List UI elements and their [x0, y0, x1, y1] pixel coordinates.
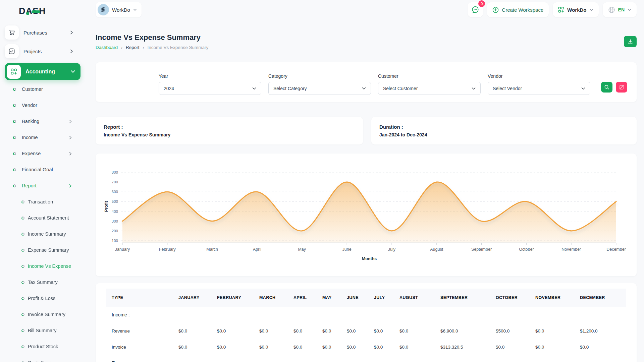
income-expense-table-card: TYPE JANUARY FEBRUARY MARCH APRIL MAY JU… — [96, 283, 637, 362]
bullet-icon — [21, 345, 25, 349]
chevron-down-icon — [71, 70, 75, 73]
table-row-revenue: Revenue $0.0 $0.0 $0.0 $0.0 $0.0 $0.0 $0… — [106, 323, 626, 339]
sidebar-item-purchases[interactable]: Purchases — [5, 25, 81, 40]
message-count-badge: 0 — [478, 0, 485, 7]
dash-logo[interactable]: DASH — [5, 5, 81, 17]
chevron-right-icon: › — [143, 45, 144, 50]
clear-filter-icon — [619, 84, 624, 90]
apply-filter-button[interactable] — [601, 82, 612, 93]
sidebar-item-financial-goal[interactable]: Financial Goal — [5, 162, 81, 178]
sidebar-item-customer[interactable]: Customer — [5, 81, 81, 97]
sidebar-item-label: Purchases — [23, 30, 47, 36]
logo-dash-icon — [32, 10, 40, 13]
profit-area-chart: 100200300400500600700800JanuaryFebruaryM… — [96, 154, 637, 276]
building-icon — [100, 7, 106, 13]
chevron-right-icon — [70, 49, 73, 53]
chevron-right-icon — [69, 184, 72, 188]
sidebar-item-product-stock[interactable]: Product Stock — [5, 339, 81, 355]
download-button[interactable] — [624, 36, 637, 47]
chevron-down-icon — [472, 87, 476, 90]
svg-text:August: August — [430, 247, 443, 252]
svg-text:Profit: Profit — [104, 201, 109, 212]
category-filter: Category Select Category — [268, 73, 371, 102]
sidebar-item-accounting[interactable]: Accounting — [5, 63, 80, 80]
sidebar-item-account-statement[interactable]: Account Statement — [5, 210, 81, 226]
messages-button[interactable]: 0 — [468, 2, 483, 17]
svg-text:700: 700 — [112, 180, 118, 184]
page-header: Income Vs Expense Summary Dashboard › Re… — [96, 33, 637, 50]
svg-text:October: October — [519, 247, 534, 252]
check-square-icon — [5, 44, 19, 58]
vendor-select[interactable]: Select Vendor — [488, 82, 590, 95]
svg-text:400: 400 — [112, 209, 118, 214]
report-label: Report : — [104, 124, 355, 130]
duration-label: Duration : — [379, 124, 629, 130]
bullet-icon — [21, 328, 25, 333]
topbar: WorkDo 0 Create Workspace WorkDo EN — [96, 0, 637, 19]
sidebar-item-label: Projects — [23, 49, 42, 54]
app-menu-button[interactable]: WorkDo — [553, 2, 598, 17]
sidebar-item-income-summary[interactable]: Income Summary — [5, 226, 81, 242]
sidebar-item-report[interactable]: Report — [5, 178, 81, 194]
customer-select[interactable]: Select Customer — [378, 82, 481, 95]
sidebar-item-invoice-summary[interactable]: Invoice Summary — [5, 306, 81, 322]
language-selector[interactable]: EN — [603, 2, 637, 17]
bullet-icon — [21, 361, 25, 362]
bullet-icon — [13, 135, 17, 139]
bullet-icon — [21, 296, 25, 300]
bullet-icon — [13, 168, 17, 172]
sidebar-item-income[interactable]: Income — [5, 129, 81, 145]
cart-icon — [5, 25, 19, 40]
search-icon — [604, 84, 609, 90]
chevron-down-icon — [581, 87, 585, 90]
chat-icon — [472, 6, 479, 13]
table-row-invoice: Invoice $0.0 $0.0 $0.0 $0.0 $0.0 $0.0 $0… — [106, 339, 626, 355]
bullet-icon — [13, 119, 17, 123]
category-select[interactable]: Select Category — [268, 82, 371, 95]
svg-text:February: February — [159, 247, 176, 252]
workspace-switcher[interactable]: WorkDo — [96, 2, 142, 17]
svg-text:800: 800 — [112, 170, 118, 174]
sidebar-item-banking[interactable]: Banking — [5, 113, 81, 129]
sidebar-item-transaction[interactable]: Transaction — [5, 194, 81, 210]
profit-chart-card: 100200300400500600700800JanuaryFebruaryM… — [96, 154, 637, 276]
accounting-submenu: Customer Vendor Banking Income Expense F… — [5, 81, 81, 362]
bullet-icon — [21, 248, 25, 252]
table-header-row: TYPE JANUARY FEBRUARY MARCH APRIL MAY JU… — [106, 289, 626, 307]
report-value: Income Vs Expense Summary — [104, 132, 355, 137]
workspace-avatar — [98, 4, 109, 15]
sidebar-item-cash-flow[interactable]: Cash Flow — [5, 355, 81, 362]
breadcrumb-dashboard[interactable]: Dashboard — [96, 45, 118, 50]
sidebar-item-income-vs-expense[interactable]: Income Vs Expense — [5, 258, 81, 274]
svg-text:100: 100 — [112, 239, 118, 243]
svg-text:600: 600 — [112, 190, 118, 194]
sidebar-item-bill-summary[interactable]: Bill Summary — [5, 322, 81, 339]
svg-text:September: September — [471, 247, 492, 252]
reset-filter-button[interactable] — [616, 82, 627, 93]
sidebar: DASH Purchases Projects Accounting Custo… — [0, 0, 86, 362]
sidebar-item-expense-summary[interactable]: Expense Summary — [5, 242, 81, 258]
sidebar-item-profit-loss[interactable]: Profit & Loss — [5, 290, 81, 306]
report-submenu: Transaction Account Statement Income Sum… — [5, 194, 81, 362]
bullet-icon — [13, 103, 17, 107]
topbar-actions: 0 Create Workspace WorkDo EN — [468, 2, 637, 17]
year-select[interactable]: 2024 — [159, 82, 261, 95]
category-label: Category — [268, 73, 371, 79]
svg-text:June: June — [342, 247, 352, 252]
sidebar-item-vendor[interactable]: Vendor — [5, 97, 81, 113]
chevron-right-icon — [69, 136, 72, 139]
chevron-right-icon — [70, 31, 73, 35]
duration-summary-card: Duration : Jan-2024 to Dec-2024 — [371, 117, 637, 144]
sidebar-item-expense[interactable]: Expense — [5, 145, 81, 162]
sidebar-item-tax-summary[interactable]: Tax Summary — [5, 274, 81, 290]
create-workspace-button[interactable]: Create Workspace — [487, 2, 549, 17]
sidebar-item-projects[interactable]: Projects — [5, 44, 81, 58]
chevron-right-icon: › — [121, 45, 122, 50]
bullet-icon — [21, 216, 25, 220]
table-section-expense: Expense : — [106, 355, 626, 362]
grid-plus-icon — [7, 65, 21, 79]
breadcrumb-report[interactable]: Report — [126, 45, 140, 50]
svg-text:July: July — [388, 247, 396, 252]
bullet-icon — [21, 200, 25, 204]
bullet-icon — [21, 232, 25, 236]
